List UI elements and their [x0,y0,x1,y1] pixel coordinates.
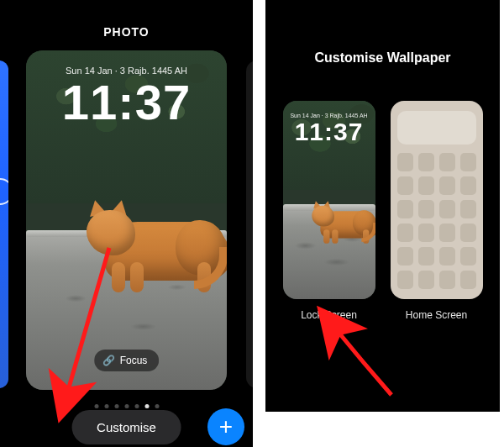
lockscreen-thumb-label: Lock Screen [283,309,375,321]
current-lockscreen-preview[interactable]: Sun 14 Jan · 3 Rajb. 1445 AH 11:37 🔗 Foc… [26,50,227,390]
adjacent-wallpaper-right[interactable] [246,60,253,388]
add-wallpaper-button[interactable]: + [207,408,244,445]
homescreen-thumb[interactable] [391,101,483,299]
customise-title: Customise Wallpaper [265,50,500,66]
focus-pill-label: Focus [120,355,148,366]
focus-pill[interactable]: 🔗 Focus [94,350,160,371]
customise-button[interactable]: Customise [71,410,181,444]
annotation-arrow-right [316,315,417,412]
page-indicator [94,404,159,408]
customise-wallpaper-panel: Customise Wallpaper Sun 14 Jan · 3 Rajb.… [265,0,500,412]
adjacent-wallpaper-left[interactable] [0,60,8,388]
lockscreen-thumb[interactable]: Sun 14 Jan · 3 Rajb. 1445 AH 11:37 [283,101,375,299]
preview-pair: Sun 14 Jan · 3 Rajb. 1445 AH 11:37 Lock … [265,101,500,321]
link-icon: 🔗 [102,355,115,366]
homescreen-thumb-label: Home Screen [391,309,483,321]
homescreen-icon-grid [397,153,476,287]
gallery-category-title: PHOTO [0,25,253,39]
thumb-lock-time: 11:37 [283,118,375,146]
lockscreen-time: 11:37 [26,74,227,130]
wallpaper-gallery-panel: PHOTO Sun 14 Jan · 3 Rajb. 1445 AH 11:37… [0,0,253,447]
composite-two-panels: PHOTO Sun 14 Jan · 3 Rajb. 1445 AH 11:37… [0,0,504,447]
